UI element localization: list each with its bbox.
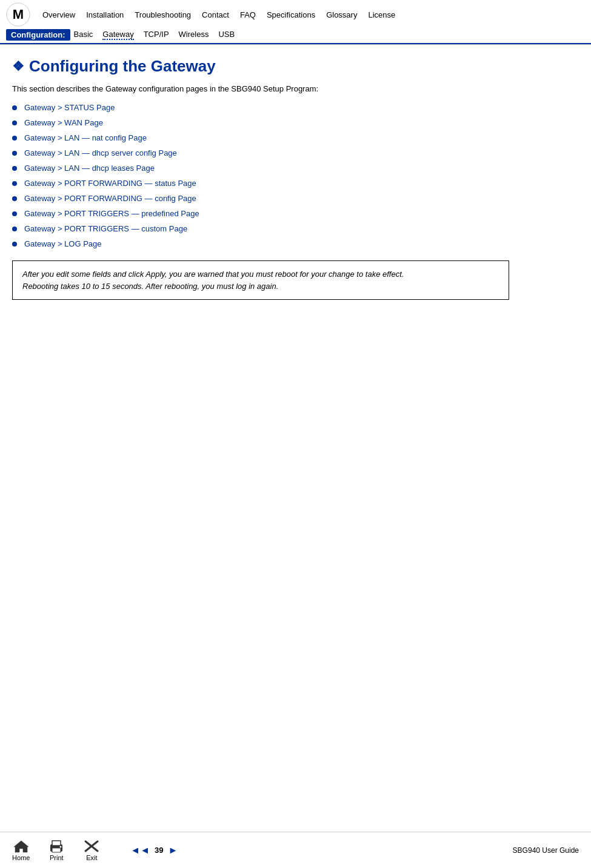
svg-rect-4 — [52, 841, 61, 846]
list-link[interactable]: Gateway > STATUS Page — [24, 103, 115, 112]
exit-icon — [83, 840, 100, 853]
svg-point-6 — [60, 846, 62, 847]
config-sub-link-usb[interactable]: USB — [218, 30, 235, 40]
nav-link-troubleshooting[interactable]: Troubleshooting — [135, 10, 191, 19]
nav-link-overview[interactable]: Overview — [42, 10, 75, 19]
svg-marker-2 — [14, 841, 28, 852]
list-link[interactable]: Gateway > PORT FORWARDING — status Page — [24, 179, 196, 188]
nav-links-row1: OverviewInstallationTroubleshootingConta… — [42, 10, 585, 19]
config-label: Configuration: — [6, 29, 70, 41]
list-bullet — [12, 136, 17, 141]
nav-link-faq[interactable]: FAQ — [240, 10, 256, 19]
page-navigation: ◄◄ 39 ► — [130, 845, 178, 856]
list-item: Gateway > LAN — dhcp leases Page — [12, 164, 573, 173]
copyright-text: SBG940 User Guide — [513, 846, 579, 855]
home-label: Home — [12, 854, 30, 861]
print-icon — [48, 840, 65, 853]
bottom-bar: Home Print Exit ◄◄ 39 ► SBG940 User Guid… — [0, 832, 591, 868]
list-item: Gateway > WAN Page — [12, 118, 573, 127]
list-bullet — [12, 121, 17, 125]
list-link[interactable]: Gateway > PORT TRIGGERS — custom Page — [24, 224, 187, 233]
print-button[interactable]: Print — [48, 840, 65, 861]
list-bullet — [12, 166, 17, 171]
exit-label: Exit — [86, 854, 97, 861]
config-sub-link-wireless[interactable]: Wireless — [179, 30, 209, 40]
main-content: ❖ Configuring the Gateway This section d… — [0, 45, 591, 324]
list-link[interactable]: Gateway > WAN Page — [24, 118, 103, 127]
list-item: Gateway > PORT TRIGGERS — custom Page — [12, 224, 573, 233]
gateway-pages-list: Gateway > STATUS PageGateway > WAN PageG… — [12, 103, 573, 248]
home-button[interactable]: Home — [12, 840, 30, 861]
top-navigation: M OverviewInstallationTroubleshootingCon… — [0, 0, 591, 44]
print-label: Print — [50, 854, 64, 861]
list-bullet — [12, 196, 17, 201]
list-bullet — [12, 211, 17, 216]
svg-text:M: M — [13, 7, 24, 22]
config-sub-links: BasicGatewayTCP/IPWirelessUSB — [74, 30, 235, 40]
list-item: Gateway > LAN — nat config Page — [12, 133, 573, 142]
info-line1: After you edit some fields and click App… — [22, 270, 404, 279]
page-back-arrow[interactable]: ◄◄ — [130, 845, 150, 856]
svg-rect-5 — [52, 848, 61, 852]
motorola-logo: M — [6, 2, 30, 27]
list-bullet — [12, 227, 17, 231]
nav-row1: M OverviewInstallationTroubleshootingCon… — [0, 0, 591, 28]
list-bullet — [12, 181, 17, 186]
nav-link-installation[interactable]: Installation — [86, 10, 124, 19]
logo-area: M — [6, 2, 30, 27]
list-item: Gateway > LAN — dhcp server config Page — [12, 148, 573, 157]
page-title-area: ❖ Configuring the Gateway — [12, 57, 573, 76]
nav-row2: Configuration: BasicGatewayTCP/IPWireles… — [0, 28, 591, 43]
description-text: This section describes the Gateway confi… — [12, 84, 573, 93]
page-forward-arrow[interactable]: ► — [168, 845, 178, 856]
page-title: Configuring the Gateway — [29, 57, 216, 76]
list-link[interactable]: Gateway > PORT FORWARDING — config Page — [24, 194, 196, 203]
nav-link-glossary[interactable]: Glossary — [326, 10, 357, 19]
list-link[interactable]: Gateway > LAN — dhcp server config Page — [24, 148, 177, 157]
config-sub-link-basic[interactable]: Basic — [74, 30, 93, 40]
nav-link-specifications[interactable]: Specifications — [267, 10, 315, 19]
exit-button[interactable]: Exit — [83, 840, 100, 861]
list-item: Gateway > PORT FORWARDING — config Page — [12, 194, 573, 203]
list-link[interactable]: Gateway > LOG Page — [24, 239, 102, 248]
list-bullet — [12, 151, 17, 156]
list-item: Gateway > STATUS Page — [12, 103, 573, 112]
page-title-icon: ❖ — [12, 59, 24, 75]
nav-link-contact[interactable]: Contact — [202, 10, 229, 19]
list-item: Gateway > PORT TRIGGERS — predefined Pag… — [12, 209, 573, 218]
nav-link-license[interactable]: License — [368, 10, 395, 19]
list-link[interactable]: Gateway > PORT TRIGGERS — predefined Pag… — [24, 209, 199, 218]
list-bullet — [12, 105, 17, 110]
list-link[interactable]: Gateway > LAN — nat config Page — [24, 133, 147, 142]
info-line2: Rebooting takes 10 to 15 seconds. After … — [22, 282, 278, 291]
config-sub-link-tcpip[interactable]: TCP/IP — [144, 30, 169, 40]
config-sub-link-gateway[interactable]: Gateway — [102, 30, 133, 40]
page-number: 39 — [155, 846, 163, 855]
list-item: Gateway > PORT FORWARDING — status Page — [12, 179, 573, 188]
info-box: After you edit some fields and click App… — [12, 260, 509, 300]
home-icon — [13, 840, 30, 853]
list-item: Gateway > LOG Page — [12, 239, 573, 248]
list-bullet — [12, 242, 17, 247]
list-link[interactable]: Gateway > LAN — dhcp leases Page — [24, 164, 155, 173]
